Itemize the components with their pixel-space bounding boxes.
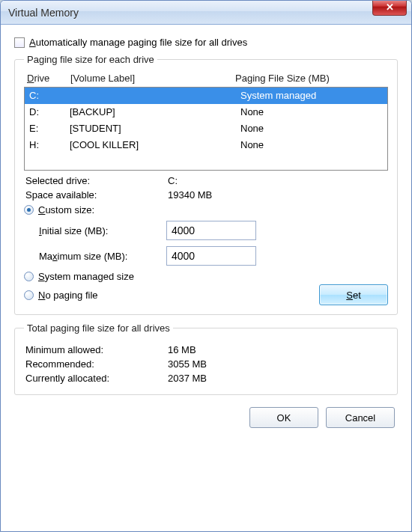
drive-letter: D: <box>29 106 70 119</box>
totals-group: Total paging file size for all drives Mi… <box>14 322 398 395</box>
totals-legend: Total paging file size for all drives <box>24 322 173 334</box>
drive-letter: C: <box>29 89 70 103</box>
dialog-content: Automatically manage paging file size fo… <box>1 25 411 531</box>
auto-manage-row[interactable]: Automatically manage paging file size fo… <box>14 37 398 48</box>
window-title: Virtual Memory <box>8 7 79 19</box>
per-drive-legend: Paging file size for each drive <box>24 54 157 65</box>
maximum-size-row: Maximum size (MB): <box>24 243 388 269</box>
header-volume-label: [Volume Label] <box>70 73 235 84</box>
minimum-allowed-row: Minimum allowed: 16 MB <box>24 343 388 357</box>
drive-status: System managed <box>240 89 383 103</box>
space-available-row: Space available: 19340 MB <box>24 188 388 202</box>
space-available-value: 19340 MB <box>168 189 212 201</box>
space-available-label: Space available: <box>25 189 168 201</box>
drive-letter: H: <box>29 138 70 152</box>
initial-size-input[interactable] <box>166 221 256 240</box>
per-drive-group: Paging file size for each drive Drive [V… <box>14 54 398 315</box>
recommended-row: Recommended: 3055 MB <box>24 357 388 371</box>
no-paging-label: No paging file <box>38 290 98 301</box>
custom-size-radio[interactable] <box>24 205 34 215</box>
minimum-allowed-value: 16 MB <box>168 344 196 355</box>
drive-status: None <box>240 138 383 152</box>
drive-volume: [COOL KILLER] <box>70 138 240 152</box>
recommended-label: Recommended: <box>25 358 168 370</box>
drive-row[interactable]: H: [COOL KILLER] None <box>25 137 387 153</box>
recommended-value: 3055 MB <box>168 358 207 370</box>
currently-allocated-row: Currently allocated: 2037 MB <box>24 371 388 385</box>
selected-drive-row: Selected drive: C: <box>24 174 388 188</box>
drive-volume: [BACKUP] <box>70 106 240 119</box>
system-managed-label: System managed size <box>38 271 134 282</box>
selected-drive-value: C: <box>168 175 178 186</box>
virtual-memory-dialog: Virtual Memory ✕ Automatically manage pa… <box>0 0 412 532</box>
close-button[interactable]: ✕ <box>372 0 407 16</box>
ok-button[interactable]: OK <box>249 407 318 428</box>
custom-size-radio-row[interactable]: Custom size: <box>24 202 388 218</box>
drive-volume <box>70 89 240 103</box>
system-managed-radio-row[interactable]: System managed size <box>24 269 388 284</box>
titlebar: Virtual Memory ✕ <box>1 1 411 25</box>
drive-row[interactable]: E: [STUDENT] None <box>25 120 387 137</box>
currently-allocated-label: Currently allocated: <box>25 373 168 384</box>
initial-size-label: Initial size (MB): <box>39 225 159 236</box>
drive-list-header: Drive [Volume Label] Paging File Size (M… <box>24 71 388 87</box>
drive-status: None <box>240 122 383 135</box>
selected-drive-label: Selected drive: <box>25 175 168 186</box>
maximum-size-input[interactable] <box>166 246 256 266</box>
cancel-button[interactable]: Cancel <box>326 407 395 428</box>
no-paging-radio-row[interactable]: No paging file <box>24 287 98 303</box>
custom-size-label: Custom size: <box>38 204 94 215</box>
minimum-allowed-label: Minimum allowed: <box>25 344 168 355</box>
close-icon: ✕ <box>386 1 394 13</box>
drive-status: None <box>240 106 383 119</box>
drive-letter: E: <box>29 122 70 135</box>
auto-manage-checkbox[interactable] <box>14 37 25 48</box>
initial-size-row: Initial size (MB): <box>24 218 388 243</box>
no-paging-radio[interactable] <box>24 290 34 300</box>
drive-volume: [STUDENT] <box>70 122 240 135</box>
drive-list[interactable]: C: System managed D: [BACKUP] None E: [S… <box>24 87 388 171</box>
auto-manage-label: Automatically manage paging file size fo… <box>29 37 247 48</box>
set-button[interactable]: Set <box>319 284 388 305</box>
header-drive: Drive <box>27 73 70 84</box>
dialog-footer: OK Cancel <box>14 403 398 431</box>
maximum-size-label: Maximum size (MB): <box>39 251 159 262</box>
currently-allocated-value: 2037 MB <box>168 373 207 384</box>
drive-row[interactable]: D: [BACKUP] None <box>25 104 387 120</box>
system-managed-radio[interactable] <box>24 272 34 281</box>
drive-row[interactable]: C: System managed <box>25 88 387 104</box>
header-paging-size: Paging File Size (MB) <box>235 73 385 84</box>
